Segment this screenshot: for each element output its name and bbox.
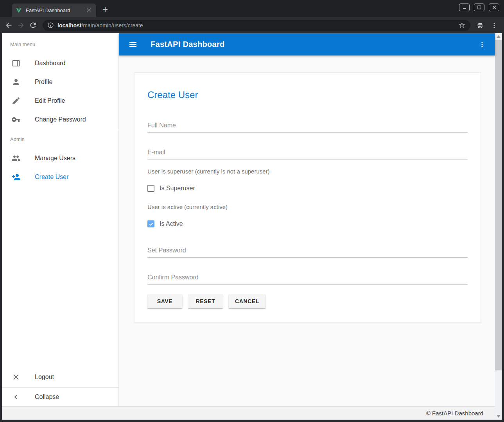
vue-logo-icon: [16, 7, 22, 14]
tab-title: FastAPI Dashboard: [26, 7, 85, 13]
sidebar-item-label: Edit Profile: [35, 97, 65, 104]
close-x-icon: [11, 372, 21, 382]
sidebar-item-label: Logout: [35, 374, 54, 381]
appbar-title: FastAPI Dashboard: [151, 40, 225, 49]
browser-tab[interactable]: FastAPI Dashboard: [12, 4, 96, 17]
reload-icon[interactable]: [29, 21, 37, 29]
dashboard-icon: [11, 59, 21, 68]
tab-close-icon[interactable]: [85, 7, 92, 14]
reset-button[interactable]: RESET: [188, 294, 223, 308]
forward-icon[interactable]: [17, 21, 25, 29]
email-label: E-mail: [147, 149, 468, 156]
sidebar-item-label: Change Password: [35, 116, 86, 123]
sidebar-item-collapse[interactable]: Collapse: [2, 388, 118, 406]
browser-window: FastAPI Dashboard + localhost/main/admin…: [0, 0, 504, 422]
scrollbar-up-arrow-icon[interactable]: [497, 35, 500, 38]
superuser-hint: User is superuser (currently is not a su…: [147, 168, 468, 175]
footer-copyright: © FastAPI Dashboard: [426, 410, 483, 417]
sidebar-item-manage-users[interactable]: Manage Users: [2, 149, 118, 168]
create-user-card: Create User Full Name E-mail User is sup…: [134, 72, 481, 323]
chevron-left-icon: [11, 392, 21, 402]
sidebar-section-label-admin: Admin: [2, 130, 118, 149]
scrollbar-down-arrow-icon[interactable]: [497, 415, 500, 418]
form-actions: SAVE RESET CANCEL: [147, 294, 468, 308]
confirm-password-label: Confirm Password: [147, 274, 468, 281]
info-icon[interactable]: [47, 22, 54, 29]
is-superuser-label: Is Superuser: [160, 185, 195, 192]
incognito-icon: [476, 21, 484, 30]
full-name-field[interactable]: Full Name: [147, 122, 468, 132]
confirm-password-field[interactable]: Confirm Password: [147, 274, 468, 284]
app-bar: FastAPI Dashboard: [119, 33, 495, 55]
window-controls: [459, 4, 499, 11]
bookmark-star-icon[interactable]: [458, 21, 466, 29]
is-active-label: Is Active: [160, 220, 183, 227]
is-superuser-checkbox-row: Is Superuser: [147, 185, 468, 192]
people-icon: [11, 154, 21, 163]
set-password-label: Set Password: [147, 247, 468, 254]
sidebar-item-logout[interactable]: Logout: [2, 368, 118, 386]
is-active-checkbox-row: Is Active: [147, 220, 468, 227]
web-page: Main menu Dashboard Profile Edit Profile: [2, 33, 495, 420]
sidebar-item-edit-profile[interactable]: Edit Profile: [2, 91, 118, 110]
url-path: /main/admin/users/create: [81, 22, 143, 29]
pencil-icon: [11, 96, 21, 106]
set-password-field[interactable]: Set Password: [147, 247, 468, 257]
check-icon: [149, 222, 154, 227]
browser-toolbar: localhost/main/admin/users/create: [0, 17, 504, 33]
minimize-button-icon[interactable]: [459, 4, 470, 11]
is-active-checkbox[interactable]: [147, 220, 154, 227]
hamburger-menu-icon[interactable]: [128, 40, 138, 49]
sidebar-section-label-main-menu: Main menu: [2, 33, 118, 54]
page-scrollbar[interactable]: [495, 33, 502, 420]
main-area: FastAPI Dashboard Create User Full Name …: [119, 33, 495, 406]
save-button[interactable]: SAVE: [147, 294, 182, 308]
sidebar-item-label: Manage Users: [35, 155, 75, 162]
sidebar-item-label: Collapse: [35, 393, 59, 401]
sidebar-item-create-user[interactable]: Create User: [2, 168, 118, 186]
email-field[interactable]: E-mail: [147, 149, 468, 159]
browser-tabstrip: FastAPI Dashboard +: [0, 0, 504, 17]
sidebar-item-profile[interactable]: Profile: [2, 73, 118, 91]
sidebar: Main menu Dashboard Profile Edit Profile: [2, 33, 119, 406]
browser-viewport: Main menu Dashboard Profile Edit Profile: [0, 33, 504, 422]
sidebar-item-label: Profile: [35, 79, 52, 86]
sidebar-bottom: Logout Collapse: [2, 368, 118, 406]
new-tab-button[interactable]: +: [102, 5, 108, 14]
kebab-menu-icon[interactable]: [491, 22, 498, 29]
sidebar-item-label: Create User: [35, 173, 68, 181]
address-bar[interactable]: localhost/main/admin/users/create: [43, 20, 470, 31]
maximize-button-icon[interactable]: [474, 4, 484, 11]
is-superuser-checkbox[interactable]: [147, 185, 154, 192]
kebab-menu-icon[interactable]: [479, 41, 486, 48]
page-title: Create User: [147, 89, 468, 100]
sidebar-item-label: Dashboard: [35, 60, 65, 67]
cancel-button[interactable]: CANCEL: [229, 294, 265, 308]
key-icon: [11, 115, 21, 124]
person-add-icon: [11, 172, 21, 182]
sidebar-item-dashboard[interactable]: Dashboard: [2, 54, 118, 73]
toolbar-right-icons: [476, 21, 499, 30]
person-icon: [11, 77, 21, 87]
scrollbar-thumb[interactable]: [495, 40, 502, 370]
page-footer: © FastAPI Dashboard: [2, 406, 495, 420]
page-content: Create User Full Name E-mail User is sup…: [119, 55, 495, 406]
full-name-label: Full Name: [147, 122, 468, 129]
url-host: localhost: [57, 22, 81, 29]
close-button-icon[interactable]: [489, 4, 499, 11]
back-icon[interactable]: [5, 21, 13, 29]
active-hint: User is active (currently active): [147, 204, 468, 210]
sidebar-item-change-password[interactable]: Change Password: [2, 110, 118, 129]
url-text[interactable]: localhost/main/admin/users/create: [57, 22, 455, 29]
